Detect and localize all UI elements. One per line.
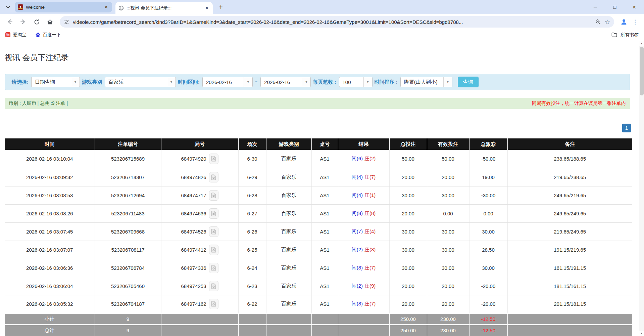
result-cell: 闲(8)庄(7) [338, 259, 389, 277]
summary-label-cell: 总计 [5, 325, 95, 336]
summary-value-cell [161, 325, 238, 336]
pagination: 1 [5, 124, 631, 132]
replay-video-button[interactable] [209, 281, 218, 291]
round-cell: 684974920 [161, 150, 238, 168]
replay-video-button[interactable] [209, 208, 218, 219]
summary-value-cell [238, 313, 266, 325]
tab-close-icon[interactable]: ✕ [204, 5, 210, 11]
url-text[interactable]: videoie.com/game/betrecord_search/kind3?… [73, 19, 592, 25]
total-bet-cell: 20.00 [389, 277, 427, 295]
chevron-down-icon[interactable]: ▼ [167, 77, 176, 87]
scrollbar-thumb[interactable] [640, 47, 644, 95]
all-bookmarks[interactable]: 所有书签 [606, 32, 639, 38]
bet-id-cell: 523206714307 [95, 168, 161, 186]
column-header: 场次 [238, 138, 266, 150]
browser-window: ♠ Welcome ✕ :::视讯 会员下注纪录::: ✕ + ─ □ ✕ [0, 0, 644, 336]
result-player: 闲(6) [352, 156, 363, 161]
tab-search-button[interactable] [3, 2, 13, 12]
result-player: 闲(2) [352, 283, 363, 289]
remark-cell: 249.65/219.65 [507, 186, 632, 204]
tab-welcome[interactable]: ♠ Welcome ✕ [15, 2, 112, 12]
search-button[interactable]: 查询 [458, 77, 479, 87]
bookmark-aitaobao[interactable]: 淘 爱淘宝 [5, 32, 27, 38]
chevron-down-icon[interactable]: ▼ [363, 77, 372, 87]
bet-records-table: 时间注单编号局号场次游戏类别桌号结果总投注有效投注总派彩备注 2026-02-1… [5, 138, 632, 336]
tab-close-icon[interactable]: ✕ [103, 4, 109, 10]
date-start-select[interactable]: 2026-02-16 ▼ [202, 77, 253, 87]
bet-time-cell: 2026-02-16 03:06:36 [5, 259, 95, 277]
result-banker: 庄(7) [364, 301, 376, 306]
profile-avatar-icon[interactable] [620, 18, 628, 26]
forward-button[interactable] [17, 15, 30, 28]
summary-value-cell: 250.00 [389, 325, 427, 336]
total-bet-cell: 20.00 [389, 168, 427, 186]
close-button[interactable]: ✕ [625, 0, 644, 14]
scroll-down-icon[interactable]: ▼ [639, 331, 644, 336]
session-cell: 6-24 [238, 259, 266, 277]
summary-value-cell [338, 313, 389, 325]
round-id: 684974920 [181, 156, 206, 162]
summary-value-cell: 250.00 [389, 313, 427, 325]
bookmark-star-icon[interactable]: ☆ [604, 18, 610, 26]
query-type-select[interactable]: 日期查询 ▼ [31, 77, 80, 87]
vertical-scrollbar[interactable]: ▲ ▼ [639, 41, 644, 336]
valid-bet-cell: 30.00 [427, 259, 469, 277]
welcome-favicon-icon: ♠ [18, 4, 23, 10]
replay-video-button[interactable] [209, 263, 218, 273]
bookmark-baidu[interactable]: 百度一下 [35, 32, 61, 38]
reload-icon [34, 19, 40, 25]
remark-cell: 249.65/249.65 [507, 204, 632, 222]
browser-menu-icon[interactable]: ⋮ [632, 18, 638, 26]
result-cell: 闲(4)庄(1) [338, 186, 389, 204]
reload-button[interactable] [30, 15, 43, 28]
chevron-down-icon[interactable]: ▼ [244, 77, 252, 87]
home-button[interactable] [44, 15, 56, 28]
site-info-icon[interactable] [64, 19, 69, 25]
round-id: 684974336 [181, 265, 206, 271]
result-player: 闲(8) [352, 210, 363, 216]
replay-video-button[interactable] [209, 226, 218, 237]
column-header: 时间 [5, 138, 95, 150]
table-row: 2026-02-16 03:08:53523206712694684974717… [5, 186, 632, 204]
valid-bet-cell: 0.00 [427, 204, 469, 222]
payout-cell: 30.00 [469, 259, 507, 277]
table-id-cell: AS1 [311, 241, 338, 259]
replay-video-button[interactable] [209, 172, 218, 182]
round-cell: 684974717 [161, 186, 238, 204]
replay-video-button[interactable] [209, 299, 218, 309]
page-number-button[interactable]: 1 [622, 124, 631, 132]
bet-time-cell: 2026-02-16 03:09:32 [5, 168, 95, 186]
result-banker: 庄(4) [364, 228, 376, 234]
new-tab-button[interactable]: + [216, 2, 226, 12]
summary-value-cell: 9 [95, 325, 161, 336]
replay-video-button[interactable] [209, 190, 218, 201]
url-bar[interactable]: videoie.com/game/betrecord_search/kind3?… [60, 16, 614, 28]
replay-video-button[interactable] [209, 154, 218, 164]
result-banker: 庄(9) [364, 283, 376, 289]
per-page-select[interactable]: 100 ▼ [339, 77, 373, 87]
chevron-down-icon[interactable]: ▼ [302, 77, 310, 87]
payout-cell: -20.00 [469, 277, 507, 295]
date-end-select[interactable]: 2026-02-16 ▼ [260, 77, 311, 87]
minimize-button[interactable]: ─ [586, 0, 605, 14]
table-id-cell: AS1 [311, 259, 338, 277]
replay-video-button[interactable] [209, 245, 218, 255]
chevron-down-icon[interactable]: ▼ [71, 77, 80, 87]
per-page-label: 每页笔数 : [313, 79, 336, 85]
chevron-down-icon[interactable]: ▼ [443, 77, 452, 87]
zoom-out-indicator-icon[interactable] [595, 19, 601, 25]
back-button[interactable] [3, 15, 16, 28]
table-row: 2026-02-16 03:07:07523206708117684974412… [5, 241, 632, 259]
game-kind-select[interactable]: 百家乐 ▼ [105, 77, 176, 87]
session-cell: 6-29 [238, 168, 266, 186]
result-player: 闲(2) [352, 247, 363, 252]
maximize-button[interactable]: □ [605, 0, 625, 14]
summary-value-cell [266, 325, 311, 336]
column-header: 总投注 [389, 138, 427, 150]
session-cell: 6-23 [238, 277, 266, 295]
sort-select[interactable]: 降幂(由大到小) ▼ [400, 77, 452, 87]
tab-betrecord[interactable]: :::视讯 会员下注纪录::: ✕ [115, 2, 213, 14]
remark-cell: 191.15/219.65 [507, 241, 632, 259]
summary-value-cell [311, 313, 338, 325]
scroll-up-icon[interactable]: ▲ [639, 41, 644, 46]
